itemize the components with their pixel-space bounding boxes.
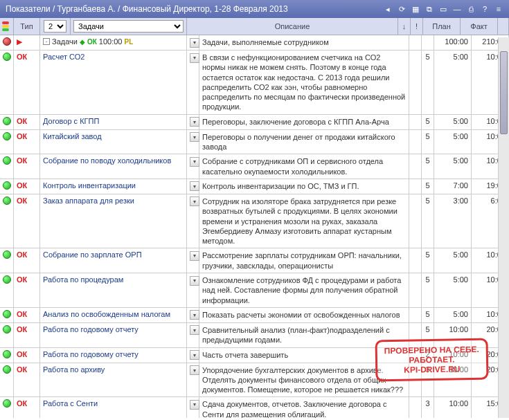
row-task: Расчет СО2 xyxy=(40,51,187,114)
pl-tag: PL xyxy=(124,38,133,46)
row-status: ОК xyxy=(14,194,40,248)
row-priority: 3 xyxy=(422,363,434,397)
row-arrow xyxy=(409,308,422,322)
help-icon[interactable]: ? xyxy=(480,4,490,14)
row-desc: Часть отчета завершить xyxy=(199,348,409,363)
row-dropdown: ▾ xyxy=(187,248,199,273)
row-priority: 5 xyxy=(422,308,434,322)
row-status: ОК xyxy=(14,154,40,179)
window-title: Показатели / Турганбаева А. / Финансовый… xyxy=(6,4,383,14)
chevron-down-icon[interactable]: ▾ xyxy=(190,251,199,261)
row-status: ОК xyxy=(14,179,40,194)
row-plan: 7:00 xyxy=(434,179,472,194)
chevron-down-icon[interactable]: ▾ xyxy=(190,132,199,142)
chevron-down-icon[interactable]: ▾ xyxy=(190,53,199,63)
column-headers: Тип 2 Задачи Описание ↓ ! План Факт xyxy=(0,18,509,35)
print-icon[interactable]: ⎙ xyxy=(466,4,476,14)
header-fact[interactable]: Факт xyxy=(461,18,498,35)
row-desc: Сравнительный анализ (план-факт)подразде… xyxy=(199,323,409,347)
chevron-down-icon[interactable]: ▾ xyxy=(190,117,199,127)
header-priority[interactable]: ! xyxy=(411,18,423,35)
row-plan: 10:00 xyxy=(434,348,472,363)
number-select[interactable]: 2 xyxy=(44,20,66,33)
header-description[interactable]: Описание xyxy=(187,18,398,35)
table-row[interactable]: ОККонтроль инвентаризации▾Контроль инвен… xyxy=(0,179,509,194)
row-desc: Переговоры о получении денег от продажи … xyxy=(199,130,409,154)
chevron-down-icon[interactable]: ▾ xyxy=(190,365,199,375)
chevron-down-icon[interactable]: ▾ xyxy=(190,181,199,191)
chevron-down-icon[interactable]: ▾ xyxy=(190,310,199,320)
chevron-down-icon[interactable]: ▾ xyxy=(190,197,199,206)
row-plan: 5:00 xyxy=(434,308,472,322)
row-task: Работа по процедурам xyxy=(40,273,187,307)
collapse-box-icon[interactable]: - xyxy=(43,38,50,45)
row-light xyxy=(0,154,14,179)
row-plan: 5:00 xyxy=(434,51,472,114)
table-row[interactable]: ОКСобрание по поводу холодильников▾Собра… xyxy=(0,154,509,179)
row-light xyxy=(0,194,14,248)
window-titlebar: Показатели / Турганбаева А. / Финансовый… xyxy=(0,0,509,18)
refresh-icon[interactable]: ⟳ xyxy=(397,4,407,14)
table-row[interactable]: ОКДоговор с КГПП▾Переговоры, заключение … xyxy=(0,115,509,130)
row-status: ОК xyxy=(14,273,40,307)
header-plan[interactable]: План xyxy=(423,18,461,35)
row-light xyxy=(0,51,14,114)
row-desc: В связи с нефункционированием счетчика н… xyxy=(199,51,409,114)
table-row[interactable]: ОККитайский завод▾Переговоры о получении… xyxy=(0,130,509,155)
row-priority: 5 xyxy=(422,248,434,273)
summary-row[interactable]: ▶ - Задачи ◆ ОК 100:00 PL ▾ Задачи, выпо… xyxy=(0,35,509,51)
scrollbar-thumb[interactable] xyxy=(500,51,508,134)
grid-icon[interactable]: ▦ xyxy=(411,4,420,14)
table-row[interactable]: ОКРабота с Сенти▾Сдача документов, отчет… xyxy=(0,397,509,418)
row-light xyxy=(0,248,14,273)
chevron-down-icon[interactable]: ▾ xyxy=(190,157,199,167)
row-plan: 3:00 xyxy=(434,194,472,248)
table-row[interactable]: ОКРабота по годовому отчету▾Часть отчета… xyxy=(0,348,509,363)
row-desc: Упорядочение бухгалтерских документов в … xyxy=(199,363,409,397)
chevron-down-icon[interactable]: ▾ xyxy=(190,38,199,48)
row-light xyxy=(0,308,14,322)
table-row[interactable]: ОКРасчет СО2▾В связи с нефункционировани… xyxy=(0,51,509,115)
row-dropdown: ▾ xyxy=(187,154,199,179)
row-task: Работа с Сенти xyxy=(40,397,187,418)
chevron-down-icon[interactable]: ▾ xyxy=(190,276,199,286)
chevron-down-icon[interactable]: ▾ xyxy=(190,400,199,410)
row-arrow xyxy=(409,154,422,179)
row-status: ОК xyxy=(14,363,40,397)
minimize-icon[interactable]: — xyxy=(452,4,462,14)
chevron-down-icon[interactable]: ▾ xyxy=(190,350,199,360)
row-status: ОК xyxy=(14,397,40,418)
row-light xyxy=(0,273,14,307)
table-row[interactable]: ОКЗаказ аппарата для резки▾Сотрудник на … xyxy=(0,194,509,248)
table-row[interactable]: ОКРабота по годовому отчету▾Сравнительны… xyxy=(0,323,509,348)
menu-icon[interactable]: ≡ xyxy=(494,4,503,14)
filter-number: 2 xyxy=(40,18,71,35)
row-task: Работа по архиву xyxy=(40,363,187,397)
copy-icon[interactable]: ⧉ xyxy=(425,4,434,14)
row-priority: 3 xyxy=(422,397,434,418)
collapse-icon[interactable]: ▭ xyxy=(438,4,448,14)
summary-plan: 100:00 xyxy=(434,35,472,50)
table-row[interactable]: ОКАнализ по освобожденным налогам▾Показа… xyxy=(0,308,509,323)
row-status: ОК xyxy=(14,115,40,129)
table-row[interactable]: ОКРабота по процедурам▾Ознакомление сотр… xyxy=(0,273,509,308)
row-desc: Сдача документов, отчетов. Заключение до… xyxy=(199,397,409,418)
task-select[interactable]: Задачи xyxy=(73,20,184,33)
row-dropdown: ▾ xyxy=(187,130,199,154)
table-row[interactable]: ОКСобрание по зарплате ОРП▾Рассмотрение … xyxy=(0,248,509,273)
row-dropdown: ▾ xyxy=(187,323,199,347)
row-arrow xyxy=(409,323,422,347)
summary-task-name: Задачи xyxy=(52,37,78,46)
row-task: Собрание по зарплате ОРП xyxy=(40,248,187,273)
row-plan: 5:00 xyxy=(434,273,472,307)
row-desc: Собрание с сотрудниками ОП и сервисного … xyxy=(199,154,409,179)
chevron-down-icon[interactable]: ▾ xyxy=(190,325,199,335)
nav-back-icon[interactable]: ◂ xyxy=(383,4,393,14)
row-dropdown: ▾ xyxy=(187,273,199,307)
table-row[interactable]: ОКРабота по архиву▾Упорядочение бухгалте… xyxy=(0,363,509,398)
vertical-scrollbar[interactable] xyxy=(498,37,509,418)
header-type[interactable]: Тип xyxy=(14,18,40,35)
row-light xyxy=(0,35,14,50)
header-sort[interactable]: ↓ xyxy=(398,18,411,35)
row-plan: 5:00 xyxy=(434,154,472,179)
